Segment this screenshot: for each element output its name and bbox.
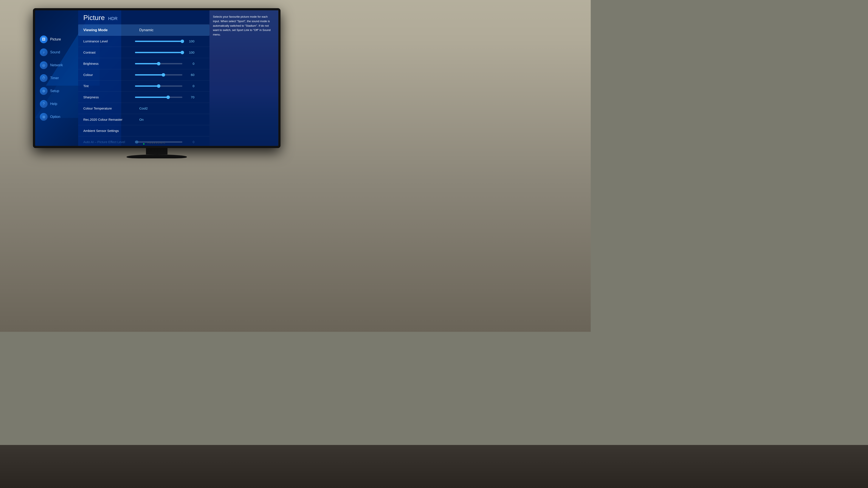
contrast-slider-container: 100: [135, 51, 204, 54]
contrast-slider-fill: [135, 52, 182, 53]
contrast-slider-value: 100: [186, 51, 194, 54]
setting-row-sharpness[interactable]: Sharpness 70: [78, 92, 210, 103]
sharpness-slider-value: 70: [186, 95, 194, 99]
panasonic-logo: Panasonic: [148, 142, 166, 144]
brightness-slider-fill: [135, 63, 159, 64]
sidebar-item-picture[interactable]: 🖼 Picture: [37, 33, 76, 45]
sidebar-label-network: Network: [50, 63, 63, 67]
power-led: [143, 143, 145, 144]
setting-row-viewing-mode[interactable]: Viewing Mode Dynamic: [78, 25, 210, 36]
tv-frame: 🖼 Picture ♪ Sound ◎ Network ⏱ Timer: [33, 8, 280, 148]
setting-name-brightness: Brightness: [83, 62, 135, 65]
luminance-slider-track[interactable]: [135, 41, 182, 42]
sidebar-label-timer: Timer: [50, 76, 59, 80]
setting-row-ambient[interactable]: Ambient Sensor Settings: [78, 125, 210, 136]
colour-slider-track[interactable]: [135, 74, 182, 75]
setting-name-contrast: Contrast: [83, 51, 135, 54]
setting-row-luminance[interactable]: Luminance Level 100: [78, 36, 210, 47]
contrast-slider-thumb: [181, 51, 184, 54]
luminance-slider-thumb: [181, 40, 184, 43]
setting-name-sharpness: Sharpness: [83, 95, 135, 99]
setting-value-viewing-mode: Dynamic: [139, 28, 154, 32]
setting-row-tint[interactable]: Tint 0: [78, 80, 210, 92]
brightness-slider-container: 0: [135, 62, 204, 65]
colour-slider-fill: [135, 74, 163, 75]
setting-row-contrast[interactable]: Contrast 100: [78, 47, 210, 58]
setting-name-rec2020: Rec.2020 Colour Remaster: [83, 118, 135, 121]
colour-slider-container: 60: [135, 73, 204, 76]
network-icon: ◎: [40, 61, 48, 69]
setting-value-rec2020: On: [139, 118, 144, 121]
setup-icon: ⚙: [40, 87, 48, 95]
colour-slider-thumb: [162, 73, 165, 76]
sharpness-slider-fill: [135, 97, 168, 98]
setting-name-colour: Colour: [83, 73, 135, 76]
sidebar-item-help[interactable]: ? Help: [37, 98, 76, 110]
setting-row-brightness[interactable]: Brightness 0: [78, 58, 210, 69]
panel-header: Picture HDR: [78, 10, 210, 25]
setting-name-ambient: Ambient Sensor Settings: [83, 129, 135, 133]
main-panel: Picture HDR Viewing Mode Dynamic Luminan…: [78, 10, 210, 146]
sidebar-label-sound: Sound: [50, 51, 60, 54]
setting-name-auto-ai: Auto AI – Picture Effect Level: [83, 140, 135, 144]
sound-icon: ♪: [40, 48, 48, 56]
tv-screen: 🖼 Picture ♪ Sound ◎ Network ⏱ Timer: [35, 10, 278, 146]
setting-name-viewing-mode: Viewing Mode: [83, 28, 135, 32]
sidebar: 🖼 Picture ♪ Sound ◎ Network ⏱ Timer: [35, 10, 78, 146]
setting-row-rec2020[interactable]: Rec.2020 Colour Remaster On: [78, 114, 210, 125]
setting-value-colour-temp: Cool2: [139, 106, 148, 110]
timer-icon: ⏱: [40, 74, 48, 82]
luminance-slider-value: 100: [186, 39, 194, 43]
panel-subtitle: HDR: [108, 16, 118, 21]
setting-row-colour-temp[interactable]: Colour Temperature Cool2: [78, 103, 210, 114]
luminance-slider-container: 100: [135, 39, 204, 43]
luminance-slider-fill: [135, 41, 182, 42]
tint-slider-container: 0: [135, 84, 204, 88]
auto-ai-slider-value: 0: [186, 140, 194, 144]
colour-slider-value: 60: [186, 73, 194, 76]
settings-list: Viewing Mode Dynamic Luminance Level: [78, 25, 210, 146]
tint-slider-track[interactable]: [135, 86, 182, 87]
auto-ai-slider-container: 0: [135, 140, 204, 144]
sidebar-label-picture: Picture: [50, 37, 61, 41]
setting-row-colour[interactable]: Colour 60: [78, 69, 210, 80]
sidebar-item-sound[interactable]: ♪ Sound: [37, 46, 76, 58]
panel-title: Picture: [83, 14, 105, 22]
setting-name-tint: Tint: [83, 84, 135, 88]
help-icon: ?: [40, 100, 48, 108]
option-icon: ⊞: [40, 113, 48, 121]
sidebar-item-setup[interactable]: ⚙ Setup: [37, 85, 76, 97]
sidebar-item-option[interactable]: ⊞ Option: [37, 111, 76, 123]
sharpness-slider-thumb: [166, 96, 170, 99]
sidebar-label-setup: Setup: [50, 89, 59, 93]
brightness-slider-value: 0: [186, 62, 194, 65]
sidebar-label-option: Option: [50, 115, 60, 119]
picture-icon: 🖼: [40, 35, 48, 43]
tint-slider-fill: [135, 86, 159, 87]
setting-name-luminance: Luminance Level: [83, 39, 135, 43]
tint-slider-value: 0: [186, 84, 194, 88]
sidebar-item-network[interactable]: ◎ Network: [37, 59, 76, 71]
info-panel: Selects your favourite picture mode for …: [210, 10, 278, 146]
brightness-slider-track[interactable]: [135, 63, 182, 64]
tv-container: 🖼 Picture ♪ Sound ◎ Network ⏱ Timer: [28, 8, 286, 159]
info-text: Selects your favourite picture mode for …: [213, 14, 275, 37]
sidebar-item-timer[interactable]: ⏱ Timer: [37, 72, 76, 84]
sidebar-label-help: Help: [50, 102, 57, 106]
contrast-slider-track[interactable]: [135, 52, 182, 53]
ui-overlay: 🖼 Picture ♪ Sound ◎ Network ⏱ Timer: [35, 10, 278, 146]
auto-ai-slider-thumb: [135, 140, 138, 144]
sharpness-slider-container: 70: [135, 95, 204, 99]
sharpness-slider-track[interactable]: [135, 97, 182, 98]
setting-name-colour-temp: Colour Temperature: [83, 106, 135, 110]
tv-stand-base: [127, 155, 187, 158]
brightness-slider-thumb: [157, 62, 160, 65]
tint-slider-thumb: [157, 84, 160, 88]
tv-stand-neck: [146, 148, 167, 155]
